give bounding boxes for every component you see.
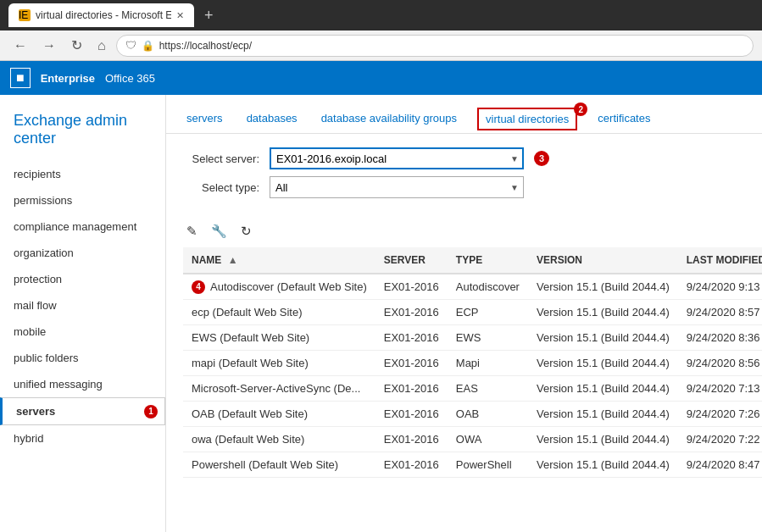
- col-type[interactable]: TYPE: [448, 247, 528, 274]
- cell-server: EX01-2016: [375, 300, 448, 325]
- table-row[interactable]: Microsoft-Server-ActiveSync (De...EX01-2…: [183, 376, 762, 402]
- row-badge-4: 4: [192, 280, 205, 294]
- cell-last-modified: 9/24/2020 8:47 PM: [678, 452, 762, 478]
- enterprise-label[interactable]: Enterprise: [41, 72, 95, 85]
- tab-favicon: IE: [19, 9, 31, 21]
- sidebar-item-recipients[interactable]: recipients: [0, 161, 165, 187]
- table-row[interactable]: 4Autodiscover (Default Web Site)EX01-201…: [183, 274, 762, 300]
- servers-badge: 1: [144, 405, 158, 418]
- sidebar-item-mobile[interactable]: mobile: [0, 319, 165, 345]
- sidebar-item-permissions[interactable]: permissions: [0, 187, 165, 213]
- main-container: Exchange admin center recipientspermissi…: [0, 95, 762, 532]
- sidebar-nav: recipientspermissionscompliance manageme…: [0, 161, 165, 452]
- home-button[interactable]: ⌂: [92, 36, 111, 55]
- cell-server: EX01-2016: [375, 452, 448, 478]
- col-last-modified[interactable]: LAST MODIFIED TIME: [678, 247, 762, 274]
- select-server-row: Select server: EX01-2016.exoip.local 3: [183, 147, 745, 169]
- subnav-item-certificates[interactable]: certificates: [594, 105, 654, 133]
- sidebar-item-hybrid[interactable]: hybrid: [0, 425, 165, 452]
- office365-label[interactable]: Office 365: [105, 72, 155, 85]
- cell-version: Version 15.1 (Build 2044.4): [528, 452, 678, 478]
- table-row[interactable]: OAB (Default Web Site)EX01-2016OABVersio…: [183, 402, 762, 427]
- cell-last-modified: 9/24/2020 8:57 PM: [678, 300, 762, 325]
- cell-type: OWA: [448, 427, 528, 452]
- cell-last-modified: 9/24/2020 7:13 PM: [678, 376, 762, 402]
- table-body: 4Autodiscover (Default Web Site)EX01-201…: [183, 274, 762, 478]
- cell-version: Version 15.1 (Build 2044.4): [528, 351, 678, 376]
- col-name[interactable]: NAME ▲: [183, 247, 375, 274]
- cell-type: ECP: [448, 300, 528, 325]
- browser-toolbar: ← → ↻ ⌂ 🛡 🔒 https://localhost/ecp/: [0, 30, 762, 61]
- cell-server: EX01-2016: [375, 376, 448, 402]
- sidebar: Exchange admin center recipientspermissi…: [0, 95, 166, 532]
- tab-title: virtual directories - Microsoft E...: [36, 9, 171, 21]
- cell-last-modified: 9/24/2020 7:26 PM: [678, 402, 762, 427]
- name-with-badge: 4Autodiscover (Default Web Site): [192, 280, 367, 293]
- edit-button[interactable]: ✎: [183, 222, 201, 241]
- content-area: servers databases database availability …: [166, 95, 762, 532]
- cell-server: EX01-2016: [375, 402, 448, 427]
- cell-name: Microsoft-Server-ActiveSync (De...: [183, 376, 375, 402]
- table-row[interactable]: owa (Default Web Site)EX01-2016OWAVersio…: [183, 427, 762, 452]
- select-server-dropdown[interactable]: EX01-2016.exoip.local: [270, 147, 524, 169]
- select-type-dropdown[interactable]: All Autodiscover ECP EWS Mapi EAS OAB OW…: [270, 176, 524, 198]
- sort-arrow: ▲: [228, 254, 238, 266]
- sidebar-item-protection[interactable]: protection: [0, 266, 165, 292]
- cell-name: 4Autodiscover (Default Web Site): [183, 274, 375, 300]
- sidebar-item-organization[interactable]: organization: [0, 240, 165, 266]
- cell-type: PowerShell: [448, 452, 528, 478]
- office-logo: ■: [10, 68, 31, 88]
- vdir-badge: 2: [574, 103, 587, 116]
- subnav-item-servers[interactable]: servers: [183, 105, 226, 133]
- new-tab-button[interactable]: +: [204, 7, 214, 25]
- cell-version: Version 15.1 (Build 2044.4): [528, 300, 678, 325]
- cell-name: owa (Default Web Site): [183, 427, 375, 452]
- cell-last-modified: 9/24/2020 8:56 PM: [678, 351, 762, 376]
- col-server[interactable]: SERVER: [375, 247, 448, 274]
- forward-button[interactable]: →: [37, 36, 61, 55]
- page-title: Exchange admin center: [0, 102, 165, 161]
- sidebar-item-mail-flow[interactable]: mail flow: [0, 292, 165, 319]
- sidebar-item-unified-messaging[interactable]: unified messaging: [0, 371, 165, 397]
- form-area: Select server: EX01-2016.exoip.local 3 S…: [166, 134, 762, 219]
- properties-button[interactable]: 🔧: [208, 222, 231, 241]
- back-button[interactable]: ←: [8, 36, 32, 55]
- cell-last-modified: 9/24/2020 8:36 PM: [678, 325, 762, 351]
- cell-last-modified: 9/24/2020 9:13 PM: [678, 274, 762, 300]
- cell-type: Mapi: [448, 351, 528, 376]
- refresh-button[interactable]: ↻: [237, 222, 255, 241]
- subnav-item-databases[interactable]: databases: [243, 105, 301, 133]
- subnav-item-dag[interactable]: database availability groups: [318, 105, 460, 133]
- cell-type: Autodiscover: [448, 274, 528, 300]
- cell-name: OAB (Default Web Site): [183, 402, 375, 427]
- tab-close-icon[interactable]: ✕: [176, 10, 184, 21]
- sidebar-item-public-folders[interactable]: public folders: [0, 345, 165, 371]
- cell-name: EWS (Default Web Site): [183, 325, 375, 351]
- cell-type: EAS: [448, 376, 528, 402]
- table-container: NAME ▲ SERVER TYPE VERSION LAST MODIFIED…: [166, 247, 762, 478]
- refresh-button[interactable]: ↻: [66, 36, 87, 55]
- cell-server: EX01-2016: [375, 351, 448, 376]
- table-row[interactable]: Powershell (Default Web Site)EX01-2016Po…: [183, 452, 762, 478]
- table-row[interactable]: mapi (Default Web Site)EX01-2016MapiVers…: [183, 351, 762, 376]
- select-type-label: Select type:: [183, 181, 259, 194]
- subnav-item-virtual-directories[interactable]: virtual directories 2: [477, 108, 577, 130]
- url-text: https://localhost/ecp/: [159, 40, 252, 52]
- sidebar-item-compliance-management[interactable]: compliance management: [0, 213, 165, 240]
- browser-tab[interactable]: IE virtual directories - Microsoft E... …: [8, 3, 194, 27]
- select-server-wrapper: EX01-2016.exoip.local: [270, 147, 524, 169]
- cell-server: EX01-2016: [375, 427, 448, 452]
- cell-type: EWS: [448, 325, 528, 351]
- sidebar-item-servers[interactable]: servers1: [0, 397, 165, 425]
- cell-version: Version 15.1 (Build 2044.4): [528, 376, 678, 402]
- shield-icon: 🛡: [125, 39, 136, 52]
- table-row[interactable]: ecp (Default Web Site)EX01-2016ECPVersio…: [183, 300, 762, 325]
- office365-header: ■ Enterprise Office 365: [0, 61, 762, 95]
- cell-version: Version 15.1 (Build 2044.4): [528, 402, 678, 427]
- toolbar: ✎ 🔧 ↻: [166, 219, 762, 247]
- cell-type: OAB: [448, 402, 528, 427]
- col-version[interactable]: VERSION: [528, 247, 678, 274]
- table-header-row: NAME ▲ SERVER TYPE VERSION LAST MODIFIED…: [183, 247, 762, 274]
- table-row[interactable]: EWS (Default Web Site)EX01-2016EWSVersio…: [183, 325, 762, 351]
- address-bar[interactable]: 🛡 🔒 https://localhost/ecp/: [116, 35, 754, 57]
